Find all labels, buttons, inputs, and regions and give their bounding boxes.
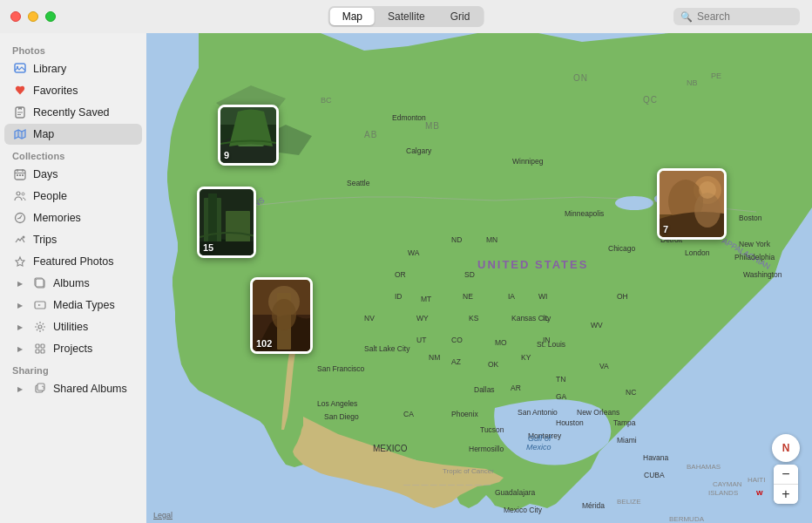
tab-map[interactable]: Map (330, 8, 375, 25)
media-types-expand-icon: ▶ (13, 298, 27, 312)
sidebar-item-projects[interactable]: ▶ Projects (4, 338, 142, 359)
favorites-icon (13, 84, 27, 98)
svg-text:BERMUDA: BERMUDA (669, 515, 705, 523)
sidebar-item-memories[interactable]: Memories (4, 207, 142, 228)
svg-text:Tropic of Cancer: Tropic of Cancer (443, 467, 494, 475)
compass-label: N (782, 442, 790, 454)
sidebar-item-days[interactable]: Days (4, 164, 142, 185)
svg-text:UT: UT (416, 336, 426, 344)
svg-text:Winnipeg: Winnipeg (512, 157, 544, 166)
svg-text:Guadalajara: Guadalajara (495, 488, 536, 497)
svg-text:NC: NC (626, 388, 636, 397)
svg-text:Edmonton: Edmonton (392, 113, 426, 122)
map-label: Map (33, 128, 54, 140)
zoom-out-button[interactable]: − (774, 465, 798, 484)
legal-link[interactable]: Legal (153, 511, 173, 520)
trips-label: Trips (33, 234, 57, 246)
svg-text:Mexico City: Mexico City (504, 506, 543, 514)
svg-rect-11 (22, 174, 24, 176)
pin-count-3: 102 (256, 338, 272, 349)
svg-marker-17 (16, 257, 24, 266)
zoom-in-button[interactable]: + (774, 485, 798, 504)
map-area[interactable]: UNITED STATES AB MB BC ON QC NB PE ROCKY… (146, 33, 812, 523)
featured-photos-icon (13, 255, 27, 268)
view-tabs: Map Satellite Grid (328, 6, 484, 27)
svg-text:Calgary: Calgary (406, 146, 432, 155)
svg-text:WY: WY (416, 314, 429, 323)
sidebar-item-trips[interactable]: Trips (4, 229, 142, 250)
svg-text:AB: AB (364, 130, 377, 139)
recently-saved-label: Recently Saved (33, 106, 110, 119)
photo-pin-east[interactable]: 7 (657, 168, 727, 240)
svg-text:NM: NM (429, 353, 440, 362)
sidebar-item-media-types[interactable]: ▶ Media Types (4, 295, 142, 316)
svg-text:BELIZE: BELIZE (617, 498, 641, 506)
svg-text:Tucson: Tucson (480, 425, 504, 434)
svg-text:IA: IA (508, 292, 515, 301)
svg-text:Mexico: Mexico (526, 443, 551, 452)
svg-text:MT: MT (421, 295, 431, 303)
recently-saved-icon (13, 105, 27, 119)
pin-count-4: 7 (663, 224, 668, 234)
svg-text:New Orleans: New Orleans (577, 408, 619, 417)
search-box[interactable]: 🔍 (673, 8, 800, 25)
svg-text:Minneapolis: Minneapolis (565, 209, 604, 218)
minimize-button[interactable] (28, 11, 38, 22)
svg-text:ID: ID (395, 292, 403, 301)
projects-expand-icon: ▶ (13, 342, 27, 356)
sidebar-item-shared-albums[interactable]: ▶ Shared Albums (4, 378, 142, 399)
svg-text:Seattle: Seattle (347, 179, 370, 187)
sidebar: Photos Library Favorites (0, 33, 146, 523)
photo-pin-seattle[interactable]: 15 (197, 187, 256, 258)
svg-point-31 (615, 196, 653, 210)
svg-point-15 (19, 217, 21, 219)
sidebar-item-library[interactable]: Library (4, 58, 142, 79)
svg-rect-20 (36, 279, 44, 287)
svg-text:OR: OR (395, 270, 406, 279)
sidebar-item-favorites[interactable]: Favorites (4, 80, 142, 101)
photo-pin-sf[interactable]: 102 (250, 277, 313, 354)
svg-text:MN: MN (486, 235, 497, 244)
sidebar-item-albums[interactable]: ▶ Albums (4, 273, 142, 294)
tab-grid[interactable]: Grid (438, 8, 483, 25)
svg-text:Mérida: Mérida (582, 501, 605, 510)
svg-text:HAITI: HAITI (748, 476, 765, 484)
svg-text:BC: BC (321, 96, 332, 105)
projects-label: Projects (53, 343, 92, 355)
tab-satellite[interactable]: Satellite (376, 8, 437, 25)
sidebar-item-utilities[interactable]: ▶ Utilities (4, 316, 142, 337)
svg-text:W: W (756, 489, 763, 497)
search-icon: 🔍 (680, 11, 693, 23)
people-icon (13, 189, 27, 203)
svg-text:Los Angeles: Los Angeles (317, 399, 357, 408)
svg-text:QC: QC (643, 95, 658, 105)
svg-text:Dallas: Dallas (474, 385, 495, 394)
svg-text:Washington: Washington (743, 270, 782, 279)
svg-text:ON: ON (573, 73, 588, 83)
albums-icon (33, 276, 47, 290)
photos-section-header: Photos (0, 40, 146, 58)
collections-section-header: Collections (0, 146, 146, 163)
search-input[interactable] (697, 10, 793, 23)
utilities-expand-icon: ▶ (13, 320, 27, 334)
close-button[interactable] (10, 11, 21, 22)
photo-pin-canada[interactable]: 9 (218, 105, 279, 166)
sidebar-item-map[interactable]: Map (4, 124, 142, 145)
zoom-controls: − + (774, 465, 798, 504)
svg-rect-0 (15, 64, 25, 72)
svg-text:KS: KS (469, 314, 479, 323)
sidebar-item-recently-saved[interactable]: Recently Saved (4, 102, 142, 123)
svg-text:Kansas City: Kansas City (511, 314, 551, 323)
library-icon (13, 62, 27, 76)
svg-text:CO: CO (451, 336, 463, 344)
svg-text:WV: WV (591, 321, 603, 329)
svg-text:Boston: Boston (739, 214, 762, 222)
maximize-button[interactable] (45, 11, 56, 22)
albums-expand-icon: ▶ (13, 276, 27, 290)
svg-rect-9 (17, 174, 18, 176)
svg-text:BAHAMAS: BAHAMAS (687, 463, 721, 471)
svg-text:CUBA: CUBA (644, 471, 665, 479)
svg-text:New York: New York (739, 240, 771, 248)
sidebar-item-featured-photos[interactable]: Featured Photos (4, 251, 142, 272)
sidebar-item-people[interactable]: People (4, 186, 142, 207)
